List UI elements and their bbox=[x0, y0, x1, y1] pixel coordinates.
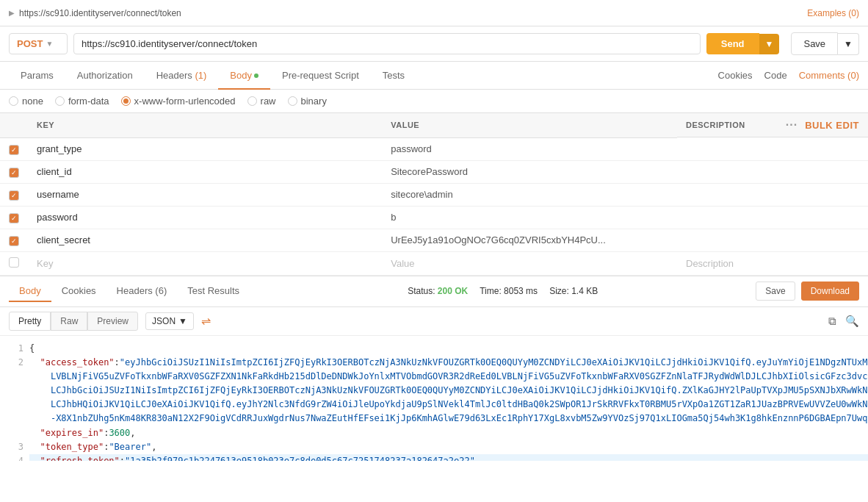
request-url-display: ▶ https://sc910.identityserver/connect/t… bbox=[9, 8, 181, 18]
table-row: username sitecore\admin bbox=[0, 183, 868, 206]
tab-test-results[interactable]: Test Results bbox=[177, 281, 250, 302]
filter-icon[interactable]: ⇌ bbox=[201, 314, 211, 328]
save-button[interactable]: Save bbox=[791, 32, 838, 55]
row-checkbox-0[interactable] bbox=[0, 137, 28, 160]
send-dropdown-button[interactable]: ▼ bbox=[759, 34, 780, 54]
value-cell-0[interactable]: password bbox=[382, 137, 677, 160]
code-line-4: "token_type": "Bearer", bbox=[29, 440, 868, 454]
option-none[interactable]: none bbox=[9, 96, 43, 107]
tab-body-response[interactable]: Body bbox=[9, 281, 51, 302]
line-numbers: 1 2 3 4 5 6 bbox=[9, 342, 29, 461]
tab-headers-response[interactable]: Headers (6) bbox=[106, 281, 178, 302]
code-lines: { "access_token": "eyJhbGciOiJSUzI1NiIsI… bbox=[29, 342, 868, 461]
option-form-data[interactable]: form-data bbox=[55, 96, 109, 107]
cookies-link[interactable]: Cookies bbox=[718, 62, 753, 88]
value-cell-2[interactable]: sitecore\admin bbox=[382, 183, 677, 206]
radio-none[interactable] bbox=[9, 96, 18, 106]
tab-authorization[interactable]: Authorization bbox=[65, 62, 145, 90]
row-checkbox-4[interactable] bbox=[0, 229, 28, 251]
code-link[interactable]: Code bbox=[764, 62, 787, 88]
option-raw[interactable]: raw bbox=[247, 96, 276, 107]
value-cell-3[interactable]: b bbox=[382, 206, 677, 229]
desc-cell-0 bbox=[677, 137, 868, 160]
expand-arrow[interactable]: ▶ bbox=[9, 9, 15, 17]
download-button[interactable]: Download bbox=[801, 282, 859, 301]
row-checkbox-2[interactable] bbox=[0, 183, 28, 206]
code-line-3: "expires_in": 3600, bbox=[29, 426, 868, 440]
empty-key[interactable]: Key bbox=[28, 251, 382, 275]
status-label: Status: 200 OK bbox=[408, 286, 468, 296]
response-action-buttons: Save Download bbox=[756, 282, 859, 301]
time-label: Time: 8053 ms bbox=[480, 286, 538, 296]
method-chevron-icon: ▼ bbox=[46, 40, 53, 48]
checkbox-0[interactable] bbox=[9, 145, 19, 155]
body-options: none form-data x-www-form-urlencoded raw… bbox=[0, 90, 868, 113]
tab-body[interactable]: Body bbox=[218, 62, 270, 90]
request-tabs-bar: Params Authorization Headers (1) Body Pr… bbox=[0, 62, 868, 90]
response-tabs: Body Cookies Headers (6) Test Results bbox=[9, 281, 250, 302]
search-icon[interactable]: 🔍 bbox=[845, 315, 859, 328]
checkbox-col-header bbox=[0, 113, 28, 137]
key-cell-4[interactable]: client_secret bbox=[28, 229, 382, 251]
desc-cell-4 bbox=[677, 229, 868, 251]
format-pretty[interactable]: Pretty bbox=[9, 312, 51, 331]
save-dropdown-button[interactable]: ▼ bbox=[838, 33, 859, 55]
save-button-group: Save ▼ bbox=[791, 32, 859, 55]
key-cell-1[interactable]: client_id bbox=[28, 160, 382, 183]
send-button[interactable]: Send bbox=[706, 33, 759, 54]
response-body: 1 2 3 4 5 6 { "access_token": "eyJhbGciO… bbox=[0, 336, 868, 461]
format-preview[interactable]: Preview bbox=[87, 312, 138, 331]
checkbox-4[interactable] bbox=[9, 236, 19, 246]
top-bar: ▶ https://sc910.identityserver/connect/t… bbox=[0, 0, 868, 26]
checkbox-2[interactable] bbox=[9, 190, 19, 201]
row-checkbox-1[interactable] bbox=[0, 160, 28, 183]
response-toolbar: Pretty Raw Preview JSON ▼ ⇌ ⧉ 🔍 bbox=[0, 307, 868, 336]
radio-raw[interactable] bbox=[247, 96, 257, 106]
right-tabs: Cookies Code Comments (0) bbox=[718, 62, 859, 88]
option-urlencoded[interactable]: x-www-form-urlencoded bbox=[121, 96, 236, 107]
row-checkbox-3[interactable] bbox=[0, 206, 28, 229]
value-header: VALUE bbox=[382, 113, 677, 137]
save-response-button[interactable]: Save bbox=[756, 282, 795, 301]
method-select[interactable]: POST ▼ bbox=[9, 33, 68, 54]
copy-icon[interactable]: ⧉ bbox=[828, 315, 836, 328]
key-cell-0[interactable]: grant_type bbox=[28, 137, 382, 160]
tab-pre-request[interactable]: Pre-request Script bbox=[270, 62, 371, 90]
checkbox-3[interactable] bbox=[9, 213, 19, 223]
key-header: KEY bbox=[28, 113, 382, 137]
key-cell-2[interactable]: username bbox=[28, 183, 382, 206]
empty-value[interactable]: Value bbox=[382, 251, 677, 275]
table-row: password b bbox=[0, 206, 868, 229]
tab-params[interactable]: Params bbox=[9, 62, 65, 90]
more-options-icon[interactable]: ··· bbox=[786, 118, 798, 132]
option-binary[interactable]: binary bbox=[288, 96, 327, 107]
code-line-5: "refresh_token": "1a35b2f979c1b2247613e9… bbox=[29, 454, 868, 461]
value-cell-1[interactable]: SitecorePassword bbox=[382, 160, 677, 183]
format-type-select[interactable]: JSON ▼ bbox=[145, 312, 194, 330]
tab-headers[interactable]: Headers (1) bbox=[145, 62, 219, 90]
tab-tests[interactable]: Tests bbox=[371, 62, 416, 90]
toolbar-icons: ⧉ 🔍 bbox=[828, 315, 859, 328]
comments-link[interactable]: Comments (0) bbox=[799, 62, 859, 88]
radio-urlencoded[interactable] bbox=[121, 96, 131, 106]
table-row: client_id SitecorePassword bbox=[0, 160, 868, 183]
examples-link[interactable]: Examples (0) bbox=[807, 8, 859, 18]
empty-desc: Description bbox=[677, 251, 868, 275]
format-raw[interactable]: Raw bbox=[51, 312, 87, 331]
size-value: 1.4 KB bbox=[571, 286, 598, 296]
status-value: 200 OK bbox=[438, 286, 468, 296]
time-value: 8053 ms bbox=[504, 286, 538, 296]
radio-binary[interactable] bbox=[288, 96, 297, 106]
code-line-1: { bbox=[29, 342, 868, 356]
bulk-edit-button[interactable]: Bulk Edit bbox=[805, 120, 859, 131]
url-input[interactable] bbox=[73, 33, 701, 54]
key-cell-3[interactable]: password bbox=[28, 206, 382, 229]
top-url: https://sc910.identityserver/connect/tok… bbox=[19, 8, 181, 18]
tab-cookies-response[interactable]: Cookies bbox=[51, 281, 106, 302]
checkbox-1[interactable] bbox=[9, 168, 19, 178]
radio-form-data[interactable] bbox=[55, 96, 65, 106]
value-cell-4[interactable]: UrEeJ5y1a91oOgNOc7G6cq0ZVRI5cxbYH4PcU... bbox=[382, 229, 677, 251]
format-tabs: Pretty Raw Preview bbox=[9, 312, 138, 331]
code-line-2: "access_token": "eyJhbGciOiJSUzI1NiIsImt… bbox=[29, 356, 868, 370]
code-line-2e: -X8X1nbZUhg5nKm48KR830aN12X2F9OigVCdRRJu… bbox=[29, 412, 868, 426]
